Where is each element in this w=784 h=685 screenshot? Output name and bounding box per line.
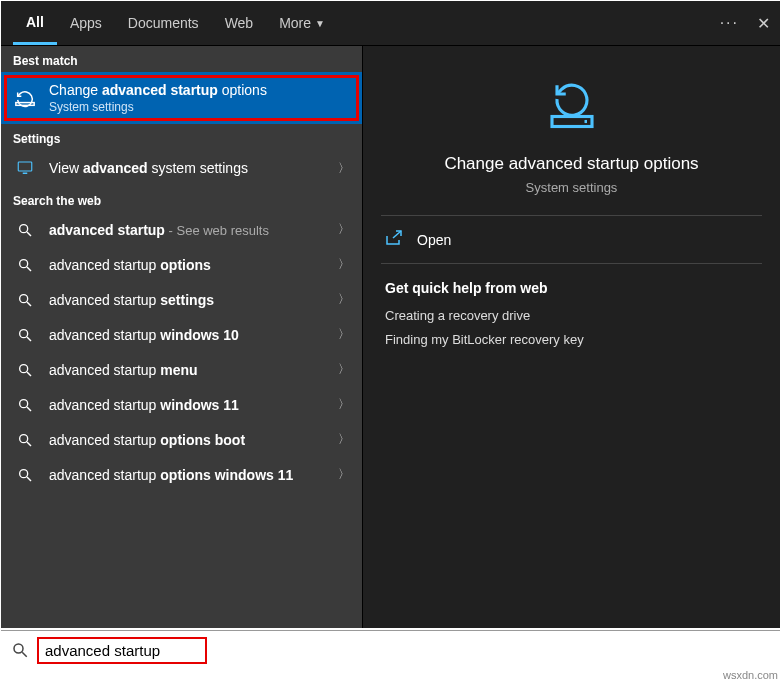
web-result-label: advanced startup windows 11 [49, 397, 326, 413]
web-result[interactable]: advanced startup options 〉 [1, 247, 362, 282]
search-icon [17, 257, 33, 273]
chevron-right-icon: 〉 [338, 160, 350, 177]
svg-line-8 [27, 302, 31, 306]
help-header: Get quick help from web [385, 280, 758, 296]
help-link[interactable]: Finding my BitLocker recovery key [385, 332, 758, 347]
web-result-label: advanced startup windows 10 [49, 327, 326, 343]
svg-line-6 [27, 267, 31, 271]
web-result[interactable]: advanced startup windows 11 〉 [1, 387, 362, 422]
best-match-title: Change advanced startup options [49, 82, 267, 98]
svg-point-21 [14, 644, 23, 653]
chevron-right-icon: 〉 [338, 396, 350, 413]
web-result[interactable]: advanced startup menu 〉 [1, 352, 362, 387]
chevron-right-icon: 〉 [338, 361, 350, 378]
recovery-icon [542, 74, 602, 134]
web-result-label: advanced startup options [49, 257, 326, 273]
svg-line-18 [27, 477, 31, 481]
chevron-right-icon: 〉 [338, 326, 350, 343]
svg-point-13 [20, 399, 28, 407]
web-result[interactable]: advanced startup options windows 11 〉 [1, 457, 362, 492]
open-icon [385, 230, 403, 249]
more-options-icon[interactable]: ··· [720, 14, 739, 32]
svg-rect-2 [23, 173, 28, 175]
tab-web[interactable]: Web [212, 1, 267, 45]
web-result[interactable]: advanced startup settings 〉 [1, 282, 362, 317]
help-link[interactable]: Creating a recovery drive [385, 308, 758, 323]
web-result-label: advanced startup options windows 11 [49, 467, 326, 483]
best-match-result[interactable]: Change advanced startup options System s… [1, 72, 362, 124]
search-filter-tabs: All Apps Documents Web More▼ [1, 1, 338, 45]
svg-point-11 [20, 364, 28, 372]
tab-documents[interactable]: Documents [115, 1, 212, 45]
web-result-label: advanced startup settings [49, 292, 326, 308]
recovery-icon [14, 87, 36, 109]
svg-line-10 [27, 337, 31, 341]
watermark: wsxdn.com [723, 669, 778, 681]
web-result[interactable]: advanced startup options boot 〉 [1, 422, 362, 457]
best-match-header: Best match [1, 46, 362, 72]
chevron-right-icon: 〉 [338, 256, 350, 273]
web-header: Search the web [1, 186, 362, 212]
svg-point-15 [20, 434, 28, 442]
search-icon [17, 222, 33, 238]
tab-all[interactable]: All [13, 1, 57, 45]
svg-point-9 [20, 329, 28, 337]
search-input[interactable] [39, 639, 205, 662]
tab-more[interactable]: More▼ [266, 1, 338, 45]
svg-rect-1 [18, 162, 32, 171]
svg-line-14 [27, 407, 31, 411]
svg-line-4 [27, 232, 31, 236]
settings-result[interactable]: View advanced system settings 〉 [1, 150, 362, 186]
search-bar [1, 630, 780, 669]
web-result[interactable]: advanced startup windows 10 〉 [1, 317, 362, 352]
tab-apps[interactable]: Apps [57, 1, 115, 45]
web-result-label: advanced startup options boot [49, 432, 326, 448]
web-result-label: advanced startup - See web results [49, 222, 326, 238]
settings-header: Settings [1, 124, 362, 150]
open-action[interactable]: Open [381, 216, 762, 263]
svg-point-17 [20, 469, 28, 477]
settings-result-label: View advanced system settings [49, 160, 326, 176]
search-icon [11, 641, 29, 659]
web-result-label: advanced startup menu [49, 362, 326, 378]
preview-title: Change advanced startup options [444, 154, 698, 174]
svg-line-16 [27, 442, 31, 446]
display-icon [16, 159, 34, 177]
close-icon[interactable]: ✕ [757, 14, 770, 33]
svg-point-7 [20, 294, 28, 302]
chevron-right-icon: 〉 [338, 431, 350, 448]
search-icon [17, 397, 33, 413]
preview-panel: Change advanced startup options System s… [363, 46, 780, 628]
search-icon [17, 327, 33, 343]
web-result[interactable]: advanced startup - See web results 〉 [1, 212, 362, 247]
results-panel: Best match Change advanced startup optio… [1, 46, 363, 628]
header: All Apps Documents Web More▼ ··· ✕ [1, 1, 780, 46]
svg-point-5 [20, 259, 28, 267]
svg-point-3 [20, 224, 28, 232]
search-icon [17, 432, 33, 448]
svg-line-12 [27, 372, 31, 376]
best-match-subtitle: System settings [49, 100, 267, 114]
search-icon [17, 362, 33, 378]
search-icon [17, 292, 33, 308]
preview-subtitle: System settings [526, 180, 618, 195]
chevron-down-icon: ▼ [315, 18, 325, 29]
svg-line-22 [22, 652, 27, 657]
chevron-right-icon: 〉 [338, 466, 350, 483]
open-label: Open [417, 232, 451, 248]
chevron-right-icon: 〉 [338, 221, 350, 238]
chevron-right-icon: 〉 [338, 291, 350, 308]
search-icon [17, 467, 33, 483]
